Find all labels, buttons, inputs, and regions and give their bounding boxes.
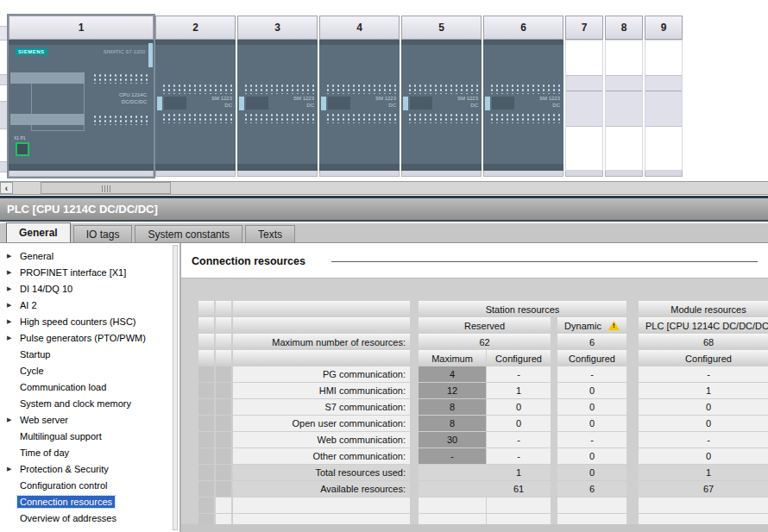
row-gutter — [198, 416, 214, 431]
column-gap — [410, 317, 419, 333]
column-gap — [410, 416, 419, 431]
dynamic-label: Dynamic — [564, 321, 601, 331]
sidebar-item-label: Connection resources — [17, 496, 115, 508]
reserved-configured-value[interactable]: 0 — [487, 399, 551, 415]
table-cell — [216, 465, 231, 480]
module-clip — [148, 43, 153, 67]
table-cell — [233, 350, 410, 366]
rack-slot-1[interactable]: 1SIEMENSSIMATIC S7-1200CPU 1214CDC/DC/DC… — [9, 16, 154, 177]
profinet-port[interactable] — [16, 142, 29, 156]
warning-icon: ! — [608, 321, 620, 330]
table-cell — [419, 514, 486, 524]
table-row: Station resourcesModule resources — [198, 301, 768, 316]
sidebar-item-time-of-day[interactable]: Time of day — [0, 444, 179, 460]
sidebar-item-profinet-interface-x1-[interactable]: ▶PROFINET interface [X1] — [0, 264, 179, 280]
table-cell — [557, 498, 626, 513]
table-row: Web communication:30--- — [198, 432, 768, 448]
table-cell — [487, 498, 551, 513]
rack-slot-4[interactable]: 4SM 1223DC — [319, 16, 400, 177]
sidebar-item-connection-resources[interactable]: Connection resources — [0, 493, 179, 510]
slot-body: SIEMENSSIMATIC S7-1200CPU 1214CDC/DC/DCX… — [9, 40, 154, 171]
column-gap — [551, 432, 557, 448]
summary-reserved-value: 1 — [419, 465, 551, 480]
expand-arrow-icon: ▶ — [7, 335, 17, 341]
sidebar-item-protection-security[interactable]: ▶Protection & Security — [0, 460, 179, 477]
rack-slot-8[interactable]: 8 — [605, 16, 643, 177]
section-header: Connection resources — [181, 243, 768, 278]
tab-general[interactable]: General — [6, 222, 71, 242]
rack-slot-9[interactable]: 9 — [645, 16, 683, 177]
slot-footer — [645, 171, 683, 177]
terminal-dots-top — [242, 83, 314, 94]
cpu-module[interactable]: SIEMENSSIMATIC S7-1200CPU 1214CDC/DC/DCX… — [9, 40, 154, 171]
sidebar-item-multilingual-support[interactable]: Multilingual support — [0, 428, 179, 444]
table-row: ReservedDynamic!PLC [CPU 1214C DC/DC/DC] — [198, 317, 768, 333]
table-cell — [216, 383, 231, 398]
slot-number: 6 — [483, 16, 563, 40]
sm-module[interactable]: SM 1223DC — [319, 40, 400, 171]
sidebar-item-ai-2[interactable]: ▶AI 2 — [0, 297, 179, 313]
sidebar-item-web-server[interactable]: ▶Web server — [0, 411, 179, 428]
reserved-configured-value[interactable]: 1 — [487, 383, 551, 398]
sidebar-item-pulse-generators-pto-pwm-[interactable]: ▶Pulse generators (PTO/PWM) — [0, 329, 179, 346]
sidebar-item-startup[interactable]: Startup — [0, 346, 179, 362]
column-gap — [551, 481, 557, 497]
tab-system-constants[interactable]: System constants — [135, 225, 242, 242]
table-row: Maximum number of resources:62668 — [198, 334, 768, 349]
empty-slot[interactable] — [565, 40, 603, 171]
reserved-configured-value[interactable]: - — [487, 432, 551, 448]
sidebar-item-label: Cycle — [17, 365, 47, 377]
column-gap — [626, 334, 639, 349]
expand-arrow-icon: ▶ — [7, 466, 17, 473]
tia-portal-screen: 1SIEMENSSIMATIC S7-1200CPU 1214CDC/DC/DC… — [0, 0, 768, 532]
rack-slot-5[interactable]: 5SM 1223DC — [401, 16, 482, 177]
sidebar-item-overview-of-addresses[interactable]: Overview of addresses — [0, 510, 179, 526]
column-gap — [626, 366, 639, 382]
dynamic-configured-value: 0 — [557, 383, 626, 398]
reserved-configured-value[interactable]: - — [487, 366, 551, 382]
terminal-dots-bottom — [91, 114, 148, 125]
rack-slot-3[interactable]: 3SM 1223DC — [237, 16, 318, 177]
sidebar-item-communication-load[interactable]: Communication load — [0, 379, 179, 395]
table-cell — [216, 416, 231, 431]
column-gap — [626, 432, 639, 448]
module-bottom-strip — [9, 164, 154, 171]
empty-slot[interactable] — [645, 40, 683, 171]
sidebar-item-di-14-dq-10[interactable]: ▶DI 14/DQ 10 — [0, 280, 179, 297]
summary-dynamic-value: 6 — [557, 481, 626, 497]
max-reserved-value: 62 — [419, 334, 551, 349]
sm-module[interactable]: SM 1223DC — [401, 40, 482, 171]
rack-slot-6[interactable]: 6SM 1223DC — [483, 16, 563, 177]
sm-model-label: SM 1223DC — [457, 95, 478, 109]
rack-slot-7[interactable]: 7 — [565, 16, 603, 177]
column-gap — [551, 383, 557, 398]
sidebar-scrollbar[interactable] — [173, 245, 178, 530]
slot-body: SM 1223DC — [237, 40, 318, 171]
empty-slot[interactable] — [605, 40, 643, 171]
row-gutter — [198, 448, 214, 464]
horizontal-scrollbar[interactable]: ‹ — [0, 181, 768, 195]
empty-slot-band — [645, 75, 682, 127]
sidebar-item-cycle[interactable]: Cycle — [0, 362, 179, 379]
sm-module[interactable]: SM 1223DC — [483, 40, 563, 171]
properties-body: ▶General▶PROFINET interface [X1]▶DI 14/D… — [0, 243, 768, 532]
sm-module[interactable]: SM 1223DC — [155, 40, 236, 171]
properties-titlebar[interactable]: PLC [CPU 1214C DC/DC/DC] — [0, 198, 768, 222]
scroll-left-button[interactable]: ‹ — [0, 182, 13, 194]
connection-resources-table: Station resourcesModule resourcesReserve… — [198, 301, 768, 524]
column-gap — [551, 498, 557, 513]
sm-label-window — [492, 97, 514, 110]
sidebar-item-system-and-clock-memory[interactable]: System and clock memory — [0, 395, 179, 411]
tab-texts[interactable]: Texts — [245, 225, 295, 242]
scrollbar-thumb[interactable] — [41, 182, 171, 194]
sm-module[interactable]: SM 1223DC — [237, 40, 318, 171]
expand-arrow-icon: ▶ — [7, 285, 17, 292]
column-gap — [551, 317, 557, 333]
sidebar-item-general[interactable]: ▶General — [0, 247, 179, 264]
sidebar-item-configuration-control[interactable]: Configuration control — [0, 477, 179, 493]
rack-slot-2[interactable]: 2SM 1223DC — [155, 16, 236, 177]
reserved-configured-value[interactable]: 0 — [487, 416, 551, 431]
reserved-configured-value[interactable]: - — [487, 448, 551, 464]
tab-io-tags[interactable]: IO tags — [73, 225, 133, 242]
sidebar-item-high-speed-counters-hsc-[interactable]: ▶High speed counters (HSC) — [0, 313, 179, 329]
